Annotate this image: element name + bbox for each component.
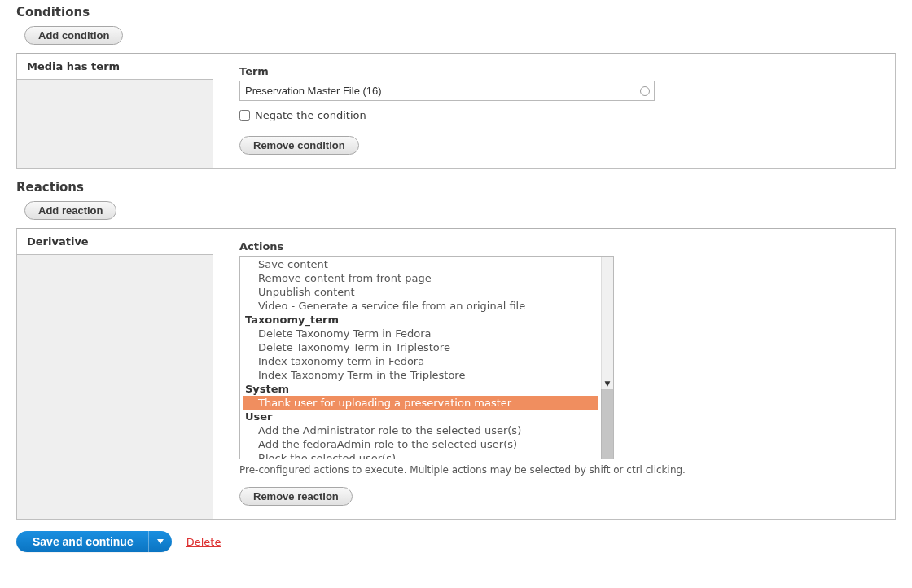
actions-label: Actions [239,240,880,252]
reaction-tab-derivative[interactable]: Derivative [17,229,213,255]
action-optgroup-taxonomy: Taxonomy_term [240,313,602,327]
condition-body: Term Negate the condition Remove conditi… [213,54,895,168]
reaction-body: Actions Save content Remove content from… [213,229,895,519]
action-option[interactable]: Delete Taxonomy Term in Triplestore [240,340,602,354]
save-dropdown-toggle[interactable] [148,531,172,552]
action-option[interactable]: Unpublish content [240,285,602,299]
reactions-heading: Reactions [16,180,896,195]
chevron-down-icon [157,539,164,544]
condition-block: Media has term Term Negate the condition… [16,53,896,169]
conditions-heading: Conditions [16,5,896,20]
action-option[interactable]: Add the Administrator role to the select… [240,423,602,437]
actions-helper-text: Pre-configured actions to execute. Multi… [239,464,880,476]
action-optgroup-user: User [240,410,602,423]
action-option[interactable]: Video - Generate a service file from an … [240,299,602,313]
negate-condition-checkbox[interactable] [239,110,250,121]
action-option[interactable]: Add the fedoraAdmin role to the selected… [240,437,602,451]
term-input[interactable] [239,81,655,101]
reaction-tabs: Derivative [17,229,213,519]
action-option[interactable]: Index Taxonomy Term in the Triplestore [240,368,602,382]
action-option[interactable]: Remove content from front page [240,271,602,285]
scrollbar[interactable]: ▼ [601,257,613,459]
delete-link[interactable]: Delete [186,536,221,548]
action-option[interactable]: Delete Taxonomy Term in Fedora [240,327,602,340]
action-option[interactable]: Index taxonomy term in Fedora [240,354,602,368]
action-option-selected[interactable]: Thank user for uploading a preservation … [243,396,598,410]
condition-tabs: Media has term [17,54,213,168]
form-footer: Save and continue Delete [16,531,896,552]
reaction-block: Derivative Actions Save content Remove c… [16,228,896,520]
action-option[interactable]: Block the selected user(s) [240,451,602,459]
negate-condition-row[interactable]: Negate the condition [239,109,880,121]
action-option[interactable]: Save content [240,257,602,271]
actions-multiselect[interactable]: Save content Remove content from front p… [239,256,614,459]
add-reaction-button[interactable]: Add reaction [24,201,116,220]
scrollbar-thumb[interactable] [601,389,613,459]
save-and-continue-splitbutton: Save and continue [16,531,172,552]
condition-tab-media-has-term[interactable]: Media has term [17,54,213,80]
negate-condition-label: Negate the condition [255,109,366,121]
scroll-down-icon[interactable]: ▼ [602,380,613,389]
autocomplete-icon [640,86,650,96]
action-optgroup-system: System [240,382,602,396]
remove-reaction-button[interactable]: Remove reaction [239,487,353,506]
remove-condition-button[interactable]: Remove condition [239,136,359,155]
term-label: Term [239,65,880,77]
save-and-continue-button[interactable]: Save and continue [16,531,148,552]
add-condition-button[interactable]: Add condition [24,26,123,45]
